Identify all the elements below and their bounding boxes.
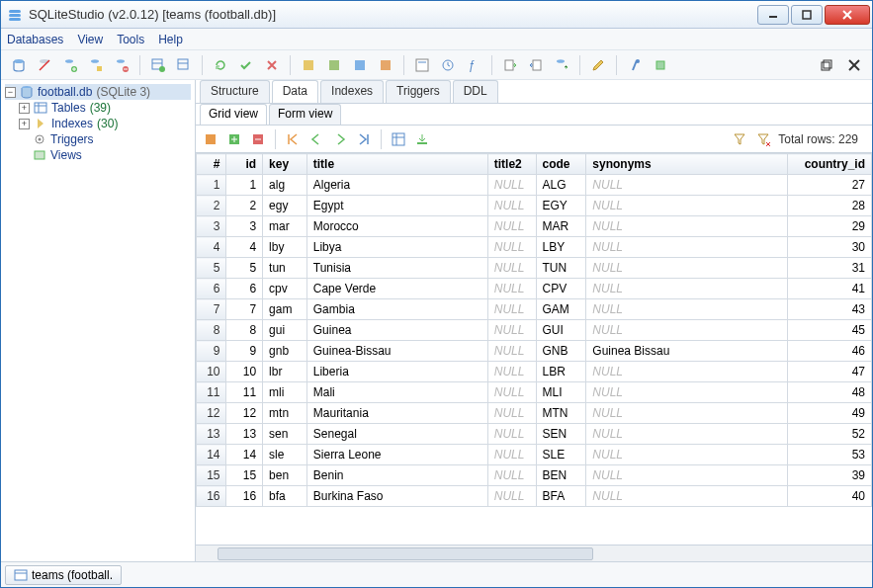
cell[interactable]: LBR [536, 362, 586, 382]
cell[interactable]: NULL [487, 279, 536, 299]
table-row[interactable]: 1414sleSierra LeoneNULLSLENULL53 [197, 445, 872, 465]
cell[interactable]: NULL [586, 196, 787, 216]
add-row-icon[interactable] [225, 130, 243, 148]
last-page-icon[interactable] [355, 130, 373, 148]
sql-editor-icon[interactable] [412, 55, 432, 75]
import-icon[interactable] [526, 55, 546, 75]
cell[interactable]: Burkina Faso [306, 486, 487, 507]
cell[interactable]: 10 [197, 362, 226, 382]
table-row[interactable]: 33marMoroccoNULLMARNULL29 [197, 216, 872, 237]
table-row[interactable]: 88guiGuineaNULLGUINULL45 [197, 320, 872, 341]
expand-icon[interactable]: + [19, 119, 30, 129]
cell[interactable]: NULL [586, 424, 787, 445]
close-button[interactable] [825, 5, 870, 25]
filter-icon[interactable] [731, 130, 748, 148]
table-edit-icon[interactable] [174, 55, 194, 75]
cell[interactable]: 8 [226, 320, 263, 341]
cell[interactable]: NULL [487, 445, 536, 465]
table-row[interactable]: 55tunTunisiaNULLTUNNULL31 [197, 258, 872, 279]
table-row[interactable]: 1313senSenegalNULLSENNULL52 [197, 424, 872, 445]
cell[interactable]: NULL [586, 237, 787, 258]
cell[interactable]: egy [263, 196, 307, 216]
cell[interactable]: mli [263, 382, 307, 403]
cell[interactable]: 41 [787, 279, 871, 299]
cell[interactable]: Libya [306, 237, 487, 258]
cell[interactable]: 46 [787, 341, 871, 362]
table-row[interactable]: 77gamGambiaNULLGAMNULL43 [197, 299, 872, 320]
cell[interactable]: 43 [787, 299, 871, 320]
cell[interactable]: Guinea-Bissau [306, 341, 487, 362]
functions-icon[interactable]: ƒ [464, 55, 483, 75]
cell[interactable]: 52 [787, 424, 871, 445]
column-header[interactable]: id [226, 154, 263, 175]
filter-clear-icon[interactable] [754, 130, 772, 148]
expand-icon[interactable]: + [19, 103, 30, 114]
cell[interactable]: NULL [586, 486, 787, 507]
table-row[interactable]: 11algAlgeriaNULLALGNULL27 [197, 175, 872, 196]
cell[interactable]: 40 [787, 486, 871, 507]
cell[interactable]: sen [263, 424, 307, 445]
cell[interactable]: 13 [226, 424, 263, 445]
db-add-icon[interactable] [60, 55, 80, 75]
cell[interactable]: NULL [487, 175, 536, 196]
cell[interactable]: NULL [487, 216, 536, 237]
cell[interactable]: NULL [487, 424, 536, 445]
cell[interactable]: bfa [263, 486, 307, 507]
export-data-icon[interactable] [413, 130, 431, 148]
cell[interactable]: NULL [487, 237, 536, 258]
cell[interactable]: 27 [787, 175, 871, 196]
cell[interactable]: cpv [263, 279, 307, 299]
cell[interactable]: 10 [226, 362, 263, 382]
tool1-icon[interactable] [299, 55, 318, 75]
cell[interactable]: Liberia [306, 362, 487, 382]
cell[interactable]: 9 [197, 341, 226, 362]
cell[interactable]: mar [263, 216, 307, 237]
cell[interactable]: 15 [197, 465, 226, 486]
column-header[interactable]: synonyms [586, 154, 787, 175]
cell[interactable]: Tunisia [306, 258, 487, 279]
tree-tables-node[interactable]: + Tables (39) [5, 100, 191, 116]
delete-row-icon[interactable] [249, 130, 267, 148]
tool3-icon[interactable] [350, 55, 370, 75]
tab-ddl[interactable]: DDL [453, 80, 498, 103]
table-row[interactable]: 1010lbrLiberiaNULLLBRNULL47 [197, 362, 872, 382]
cell[interactable]: 15 [226, 465, 263, 486]
cell[interactable]: NULL [487, 362, 536, 382]
cell[interactable]: 3 [197, 216, 226, 237]
history-icon[interactable] [438, 55, 458, 75]
cell[interactable]: lbr [263, 362, 307, 382]
cell[interactable]: NULL [487, 320, 536, 341]
rollback-icon[interactable] [262, 55, 282, 75]
cell[interactable]: NULL [487, 196, 536, 216]
cell[interactable]: 5 [197, 258, 226, 279]
db-edit-icon[interactable] [86, 55, 106, 75]
cell[interactable]: BFA [536, 486, 586, 507]
cell[interactable]: EGY [536, 196, 586, 216]
menu-view[interactable]: View [77, 33, 103, 46]
cell[interactable]: gui [263, 320, 307, 341]
next-page-icon[interactable] [331, 130, 349, 148]
cell[interactable]: 13 [197, 424, 226, 445]
tree-triggers-node[interactable]: Triggers [5, 131, 191, 147]
restore-window-icon[interactable] [817, 55, 836, 75]
cell[interactable]: CPV [536, 279, 586, 299]
cell[interactable]: GNB [536, 341, 586, 362]
cell[interactable]: Sierra Leone [306, 445, 487, 465]
cell[interactable]: NULL [487, 486, 536, 507]
menu-help[interactable]: Help [158, 33, 183, 46]
cell[interactable]: Guinea [306, 320, 487, 341]
close-doc-icon[interactable] [844, 55, 864, 75]
status-open-tab[interactable]: teams (football. [5, 565, 122, 585]
cell[interactable]: NULL [487, 258, 536, 279]
cell[interactable]: GAM [536, 299, 586, 320]
maximize-button[interactable] [791, 5, 823, 25]
cell[interactable]: Benin [306, 465, 487, 486]
cell[interactable]: Cape Verde [306, 279, 487, 299]
cell[interactable]: MTN [536, 403, 586, 424]
cell[interactable]: 11 [226, 382, 263, 403]
table-row[interactable]: 1515benBeninNULLBENNULL39 [197, 465, 872, 486]
cell[interactable]: 7 [226, 299, 263, 320]
cell[interactable]: Egypt [306, 196, 487, 216]
cell[interactable]: tun [263, 258, 307, 279]
cell[interactable]: lby [263, 237, 307, 258]
